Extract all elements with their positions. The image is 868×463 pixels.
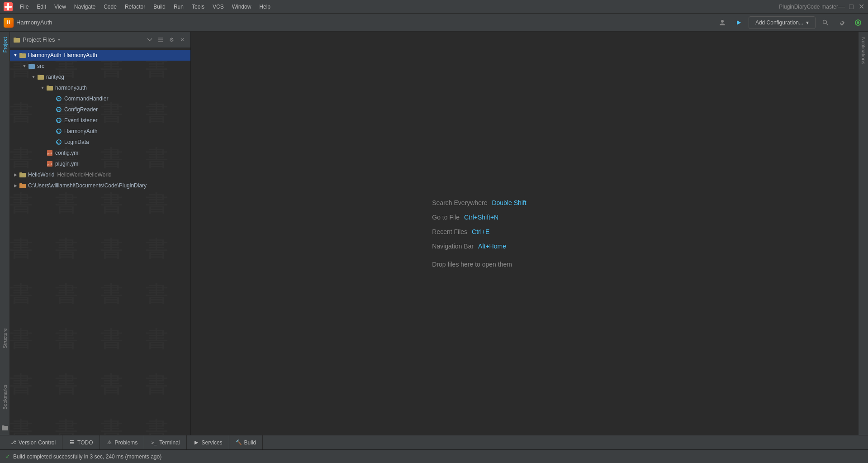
hint-recent-files: Recent Files Ctrl+E	[432, 228, 526, 235]
problems-label: Problems	[115, 439, 138, 446]
svg-rect-2	[7, 3, 9, 10]
svg-text:C: C	[57, 108, 60, 112]
dropdown-icon: ▾	[806, 19, 809, 26]
tree-item-src[interactable]: src	[10, 61, 190, 72]
svg-text:C: C	[57, 119, 60, 123]
menu-run[interactable]: Run	[170, 3, 187, 11]
ext-folder-icon	[19, 182, 26, 189]
search-everywhere-shortcut: Double Shift	[492, 199, 526, 206]
svg-line-5	[826, 24, 828, 25]
tree-item-event-listener[interactable]: C EventListener	[10, 115, 190, 126]
go-to-file-label: Go to File	[432, 214, 460, 221]
sidebar-header: Project Files ▾ ⚙ ✕	[10, 32, 190, 48]
project-name: PluginDiaryCode-master	[779, 4, 838, 10]
build-status-message: Build completed successfully in 3 sec, 2…	[13, 453, 161, 460]
tab-bookmarks[interactable]: Bookmarks	[1, 381, 9, 413]
status-tab-todo[interactable]: ☰ TODO	[62, 435, 100, 449]
tree-item-rarityeg[interactable]: rarityeg	[10, 72, 190, 82]
recent-files-shortcut: Ctrl+E	[472, 228, 489, 235]
tree-label-harmonyauth-pkg: harmonyauth	[55, 85, 87, 91]
leaf-spacer	[48, 106, 55, 113]
app-logo	[4, 2, 13, 11]
tree-item-harmonyauth-pkg[interactable]: harmonyauth	[10, 82, 190, 93]
tab-structure[interactable]: Structure	[1, 325, 9, 352]
chevron-src-icon	[21, 62, 28, 70]
brand: H HarmonyAuth	[4, 18, 52, 28]
tree-item-helloworld[interactable]: HelloWorld HelloWorld/HelloWorld	[10, 169, 190, 180]
brand-name: HarmonyAuth	[16, 19, 52, 26]
expand-all-button[interactable]	[156, 35, 165, 44]
status-tab-version-control[interactable]: ⎇ Version Control	[4, 435, 62, 449]
tab-notifications[interactable]: Notifications	[859, 33, 868, 68]
svg-point-7	[857, 21, 859, 24]
run-icon[interactable]	[732, 16, 745, 29]
version-control-label: Version Control	[19, 439, 56, 446]
tree-item-login-data[interactable]: C LoginData	[10, 137, 190, 148]
tree-label-login-data: LoginData	[64, 139, 89, 145]
svg-line-8	[147, 38, 150, 41]
chevron-ext-icon	[12, 182, 19, 189]
menu-refactor[interactable]: Refactor	[121, 3, 149, 11]
svg-text:yml: yml	[47, 163, 52, 166]
tree-item-command-handler[interactable]: C CommandHandler	[10, 93, 190, 104]
menu-navigate[interactable]: Navigate	[71, 3, 99, 11]
svg-text:C: C	[57, 141, 60, 145]
helloworld-folder-icon	[19, 171, 26, 178]
toolbar-actions: Add Configuration... ▾	[716, 16, 864, 29]
minimize-button[interactable]: —	[838, 4, 844, 10]
close-button[interactable]: ✕	[858, 4, 864, 10]
tree-item-external-path[interactable]: C:\Users\williamshi\Documents\Code\Plugi…	[10, 180, 190, 191]
search-icon[interactable]	[819, 16, 832, 29]
sidebar-dropdown[interactable]: ▾	[58, 37, 60, 42]
src-folder-icon	[28, 62, 35, 70]
services-label: Services	[202, 439, 223, 446]
update-icon[interactable]	[852, 16, 864, 29]
tree-label-command-handler: CommandHandler	[64, 95, 108, 102]
tree-label-plugin-yml: plugin.yml	[55, 161, 80, 167]
tree-label-src: src	[37, 63, 44, 69]
svg-point-4	[823, 20, 827, 24]
status-tab-services[interactable]: ▶ Services	[187, 435, 229, 449]
tree-label-event-listener: EventListener	[64, 117, 97, 124]
file-tree: HarmonyAuth HarmonyAuth src rarityeg	[10, 48, 190, 435]
sidebar-title: Project Files	[23, 36, 55, 43]
menu-help[interactable]: Help	[256, 3, 274, 11]
settings-icon[interactable]	[835, 16, 848, 29]
tree-item-config-reader[interactable]: C ConfigReader	[10, 104, 190, 115]
maximize-button[interactable]: □	[848, 4, 854, 10]
tree-close-button[interactable]: ✕	[178, 35, 187, 44]
status-tab-build[interactable]: 🔨 Build	[229, 435, 263, 449]
folder-icon[interactable]	[1, 424, 9, 431]
tree-item-config-yml[interactable]: yml config.yml	[10, 148, 190, 158]
sidebar-header-actions: ⚙ ✕	[145, 35, 187, 44]
tab-project[interactable]: Project	[1, 33, 9, 56]
navigation-bar-shortcut: Alt+Home	[478, 243, 506, 250]
terminal-label: Terminal	[159, 439, 180, 446]
folder-icon	[14, 37, 20, 43]
menu-edit[interactable]: Edit	[33, 3, 50, 11]
main-layout: Project Structure Bookmarks Project File…	[0, 32, 868, 435]
menu-window[interactable]: Window	[228, 3, 255, 11]
menu-view[interactable]: View	[51, 3, 70, 11]
tree-item-plugin-yml[interactable]: yml plugin.yml	[10, 158, 190, 169]
collapse-all-button[interactable]	[145, 35, 154, 44]
hint-go-to-file: Go to File Ctrl+Shift+N	[432, 214, 526, 221]
user-icon[interactable]	[716, 16, 729, 29]
tree-settings-button[interactable]: ⚙	[167, 35, 176, 44]
tree-item-harmonyauth-root[interactable]: HarmonyAuth HarmonyAuth	[10, 50, 190, 61]
menu-file[interactable]: File	[16, 3, 32, 11]
add-config-button[interactable]: Add Configuration... ▾	[749, 16, 816, 29]
status-tab-problems[interactable]: ⚠ Problems	[100, 435, 145, 449]
tree-item-harmony-auth-class[interactable]: C HarmonyAuth	[10, 126, 190, 137]
menu-build[interactable]: Build	[150, 3, 169, 11]
main-toolbar: H HarmonyAuth Add Configuration... ▾	[0, 14, 868, 32]
status-tab-terminal[interactable]: >_ Terminal	[144, 435, 186, 449]
tree-label-config-reader: ConfigReader	[64, 106, 98, 113]
build-label: Build	[244, 439, 256, 446]
tree-label-config-yml: config.yml	[55, 150, 80, 156]
menu-tools[interactable]: Tools	[188, 3, 208, 11]
leaf-spacer	[48, 95, 55, 102]
navigation-bar-label: Navigation Bar	[432, 243, 474, 250]
menu-code[interactable]: Code	[100, 3, 120, 11]
menu-vcs[interactable]: VCS	[209, 3, 228, 11]
